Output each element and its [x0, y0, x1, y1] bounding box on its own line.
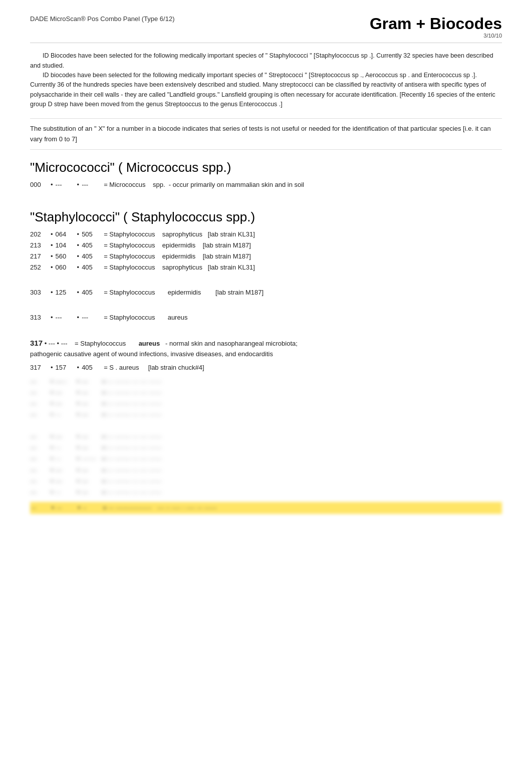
blurred-id2: ---	[82, 376, 101, 387]
blurred-id2: ········	[82, 453, 101, 464]
blurred-id1: ···	[56, 487, 75, 498]
table-row: --- • --- • --- = ··· ········· ··· ····…	[30, 465, 502, 476]
bullet: •	[78, 502, 81, 513]
blurred-id1: ···	[56, 409, 75, 420]
substitution-block: The substitution of an " X" for a number…	[30, 118, 502, 149]
blurred-id1: ---	[56, 398, 75, 409]
intro-para2: ID biocodes have been selected for the f…	[30, 71, 502, 110]
blurred-id2: ---	[82, 476, 101, 487]
blurred-id2: ---	[82, 409, 101, 420]
micrococcus-list: 000 • --- • --- = Micrococcus spp. - occ…	[30, 179, 502, 190]
blurred-num: ---	[30, 453, 48, 464]
table-row: --- • --- • --- = ··· ········· ··· ····…	[30, 398, 502, 409]
blurred-num: ---	[30, 476, 48, 487]
biocode-num: 303	[30, 287, 48, 298]
blurred-id2: ---	[82, 398, 101, 409]
bullet: •	[51, 262, 53, 273]
bullet: •	[51, 312, 53, 323]
row317-desc-block: 317 • --- • --- = Staphylococcus aureus …	[30, 337, 502, 359]
biocode-num: 213	[30, 240, 48, 251]
header-right: Gram + Biocodes 3/10/10	[370, 15, 502, 39]
table-row: --- • --- • --- = ··· ········· ··· ····…	[30, 431, 502, 442]
blurred-num: ---	[30, 376, 48, 387]
blurred-num: ---	[30, 442, 48, 453]
table-row: 202 • 064 • 505 = Staphylococcus saproph…	[30, 229, 502, 240]
biocode-id2: 405	[82, 287, 101, 298]
biocode-id1: ---	[56, 179, 75, 190]
bullet: •	[77, 240, 80, 251]
biocode-num: 217	[30, 251, 48, 262]
table-row: 303 • 125 • 405 = Staphylococcus epiderm…	[30, 287, 502, 298]
blurred-desc: = ··· ········· ··· ···· ·······	[102, 465, 502, 476]
biocode-id2: ---	[82, 179, 101, 190]
page-header: DADE MicroScan® Pos Combo Panel (Type 6/…	[30, 15, 502, 43]
row317-desc-cont: pathogenic causative agent of wound infe…	[30, 349, 502, 359]
bullet: •	[77, 312, 80, 323]
biocode-num: 317	[30, 362, 48, 373]
highlighted-row: ··· • ··· • ·· = ··· ···················…	[30, 502, 502, 514]
blurred-desc: = ··· ········· ··· ···· ·······	[102, 476, 502, 487]
table-row: 213 • 104 • 405 = Staphylococcus epiderm…	[30, 240, 502, 251]
row317-num: 317	[30, 339, 43, 347]
table-row: 000 • --- • --- = Micrococcus spp. - occ…	[30, 179, 502, 190]
blurred-desc: = ··· ········· ··· ···· ·······	[102, 409, 502, 420]
staphylococcus-list-1: 202 • 064 • 505 = Staphylococcus saproph…	[30, 229, 502, 273]
bullet: •	[77, 179, 80, 190]
bullet: •	[51, 251, 53, 262]
highlight-num: ···	[31, 502, 49, 513]
blurred-num: ---	[30, 398, 48, 409]
biocode-desc: = Staphylococcus epidermidis [lab strain…	[104, 251, 502, 262]
micrococcus-heading: "Microcococci" ( Micrococcus spp.)	[30, 160, 502, 175]
table-row: --- • ··· • --- = ··· ········· ··· ····…	[30, 409, 502, 420]
blurred-num: ---	[30, 465, 48, 476]
blurred-desc: = ··· ········· ··· ···· ·······	[102, 398, 502, 409]
row317-id2: ---	[61, 340, 68, 347]
blurred-desc: = ··· ········· ··· ···· ·······	[102, 387, 502, 398]
table-row: --- • ··· • --- = ··· ········· ··· ····…	[30, 442, 502, 453]
biocode-id1: 125	[56, 287, 75, 298]
biocode-id1: 560	[56, 251, 75, 262]
table-row: --- • ---··· • --- = ··· ········· ··· ·…	[30, 376, 502, 387]
highlight-id2: ··	[83, 502, 102, 513]
table-row: --- • --- • --- = ··· ········· ··· ····…	[30, 387, 502, 398]
bullet: •	[52, 502, 54, 513]
biocode-num: 000	[30, 179, 48, 190]
blurred-id2: ---	[82, 387, 101, 398]
bullet: •	[51, 362, 53, 373]
table-row: 313 • --- • --- = Staphylococcus aureus	[30, 312, 502, 323]
intro-para1: ID Biocodes have been selected for the f…	[30, 51, 502, 71]
biocode-desc: = Staphylococcus aureus	[104, 312, 502, 323]
blurred-id1: ---	[56, 431, 75, 442]
blurred-id2: ---	[82, 465, 101, 476]
blurred-id1: ···	[56, 442, 75, 453]
biocode-id2: ---	[82, 312, 101, 323]
blurred-list-2: --- • --- • --- = ··· ········· ··· ····…	[30, 431, 502, 498]
main-title: Gram + Biocodes	[370, 15, 502, 33]
table-row: --- • ··· • --- = ··· ········· ··· ····…	[30, 487, 502, 498]
blurred-id2: ---	[82, 487, 101, 498]
table-row: 217 • 560 • 405 = Staphylococcus epiderm…	[30, 251, 502, 262]
blurred-num: ---	[30, 409, 48, 420]
bullet: •	[51, 240, 53, 251]
bullet: •	[77, 229, 80, 240]
biocode-id2: 405	[82, 240, 101, 251]
highlight-id1: ···	[57, 502, 76, 513]
blurred-num: ---	[30, 487, 48, 498]
bullet: •	[77, 362, 80, 373]
bullet: •	[77, 262, 80, 273]
micrococcus-section: "Microcococci" ( Micrococcus spp.) 000 •…	[30, 160, 502, 190]
blurred-num: ---	[30, 387, 48, 398]
biocode-id1: 064	[56, 229, 75, 240]
bullet: •	[45, 340, 49, 347]
intro-block: ID Biocodes have been selected for the f…	[30, 51, 502, 109]
blurred-id1: ---	[56, 465, 75, 476]
blurred-desc: = ··· ········· ··· ···· ·······	[102, 453, 502, 464]
header-date: 3/10/10	[370, 33, 502, 39]
blurred-id1: ---···	[56, 376, 75, 387]
biocode-id2: 405	[82, 251, 101, 262]
blurred-desc: = ··· ········· ··· ···· ·······	[102, 376, 502, 387]
biocode-desc: = Staphylococcus saprophyticus [lab stra…	[104, 229, 502, 240]
blurred-num: ---	[30, 431, 48, 442]
blurred-desc: = ··· ········· ··· ···· ·······	[102, 442, 502, 453]
biocode-desc: = Staphylococcus epidermidis [lab strain…	[104, 287, 502, 298]
